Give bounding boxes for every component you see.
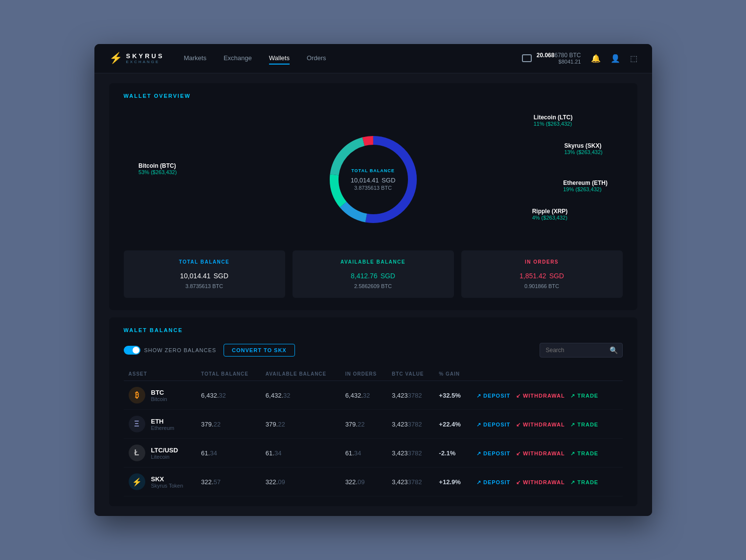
deposit-button[interactable]: ↗ DEPOSIT — [476, 393, 510, 399]
total-balance-cell: 6,432.32 — [196, 381, 261, 410]
search-icon: 🔍 — [610, 346, 618, 354]
btc-value-cell: 3,4233782 — [387, 439, 434, 468]
actions-cell: ↗ DEPOSIT ↙ WITHDRAWAL ↗ TRADE — [470, 410, 623, 439]
col-total-balance: TOTAL BALANCE — [196, 367, 261, 381]
toggle-label: SHOW ZERO BALANCES — [144, 347, 217, 353]
header: ⚡ SKYRUS EXCHANGE Markets Exchange Walle… — [94, 44, 652, 73]
col-in-orders: IN ORDERS — [340, 367, 387, 381]
btc-value-cell: 3,4233782 — [387, 468, 434, 496]
chart-label-eth: Ethereum (ETH) 19% ($263,432) — [563, 179, 608, 192]
in-orders-cell: 61.34 — [340, 439, 387, 468]
chart-area: Bitcoin (BTC) 53% ($263,432) — [124, 109, 623, 250]
usd-value: $8041.21 — [537, 59, 581, 65]
toggle-wrap: SHOW ZERO BALANCES — [124, 346, 217, 355]
available-balance-cell: 322.09 — [261, 468, 340, 496]
asset-icon-eth: Ξ — [129, 416, 145, 432]
asset-name-wrap: ETH Ethereum — [151, 418, 175, 431]
table-row: Ξ ETH Ethereum 379.22 379.22 379.22 3,42… — [124, 410, 623, 439]
btc-value: 20.0686780 BTC — [537, 52, 581, 59]
btc-value-cell: 3,4233782 — [387, 410, 434, 439]
trade-arrow-icon: ↗ — [570, 393, 575, 399]
convert-to-skx-button[interactable]: CONVERT TO SKX — [224, 344, 295, 357]
donut-chart: TOTAL BALANCE 10,014.41 SGD 3.8735613 BT… — [324, 131, 422, 228]
total-balance-cell: 61.34 — [196, 439, 261, 468]
table-toolbar: SHOW ZERO BALANCES CONVERT TO SKX 🔍 — [124, 343, 623, 358]
deposit-arrow-icon: ↗ — [476, 479, 481, 486]
balance-card-total: TOTAL BALANCE 10,014.41 SGD 3.8735613 BT… — [124, 250, 285, 298]
nav-orders[interactable]: Orders — [307, 52, 326, 65]
main-content: WALLET OVERVIEW Bitcoin (BTC) 53% ($263,… — [94, 73, 652, 516]
asset-fullname: Litecoin — [151, 454, 178, 460]
withdrawal-button[interactable]: ↙ WITHDRAWAL — [516, 450, 565, 457]
trade-arrow-icon: ↗ — [570, 422, 575, 428]
total-balance-cell: 322.57 — [196, 468, 261, 496]
actions-cell: ↗ DEPOSIT ↙ WITHDRAWAL ↗ TRADE — [470, 381, 623, 410]
balance-card-orders: IN ORDERS 1,851.42 SGD 0.901866 BTC — [461, 250, 623, 298]
gain-cell: +12.9% — [434, 468, 470, 496]
nav-exchange[interactable]: Exchange — [224, 52, 252, 65]
zero-balance-toggle[interactable] — [124, 346, 140, 355]
balance-card-available: AVAILABLE BALANCE 8,412.76 SGD 2.5862609… — [293, 250, 454, 298]
nav-markets[interactable]: Markets — [184, 52, 206, 65]
col-available: AVAILABLE BALANCE — [261, 367, 340, 381]
balance-cards: TOTAL BALANCE 10,014.41 SGD 3.8735613 BT… — [124, 250, 623, 298]
trade-button[interactable]: ↗ TRADE — [570, 479, 598, 486]
withdrawal-button[interactable]: ↙ WITHDRAWAL — [516, 393, 565, 399]
asset-ticker: LTC/USD — [151, 447, 178, 454]
available-balance-cell: 61.34 — [261, 439, 340, 468]
logo-text: SKYRUS EXCHANGE — [126, 52, 164, 64]
total-balance-cell: 379.22 — [196, 410, 261, 439]
logo: ⚡ SKYRUS EXCHANGE — [109, 52, 164, 65]
trade-button[interactable]: ↗ TRADE — [570, 393, 598, 399]
app-window: ⚡ SKYRUS EXCHANGE Markets Exchange Walle… — [94, 44, 652, 516]
asset-cell: ₿ BTC Bitcoin — [124, 381, 197, 410]
asset-table-body: ₿ BTC Bitcoin 6,432.32 6,432.32 6,432.32… — [124, 381, 623, 496]
withdrawal-button[interactable]: ↙ WITHDRAWAL — [516, 422, 565, 428]
col-asset: ASSET — [124, 367, 197, 381]
asset-fullname: Ethereum — [151, 425, 175, 431]
asset-cell: Ξ ETH Ethereum — [124, 410, 197, 439]
table-row: ₿ BTC Bitcoin 6,432.32 6,432.32 6,432.32… — [124, 381, 623, 410]
bell-icon[interactable]: 🔔 — [591, 54, 601, 63]
deposit-button[interactable]: ↗ DEPOSIT — [476, 422, 510, 428]
withdrawal-arrow-icon: ↙ — [516, 422, 521, 428]
asset-icon-skx: ⚡ — [129, 473, 145, 490]
asset-icon-ltc: Ł — [129, 445, 145, 461]
col-btc-value: BTC VALUE — [387, 367, 434, 381]
available-balance-cell: 379.22 — [261, 410, 340, 439]
main-nav: Markets Exchange Wallets Orders — [184, 52, 522, 65]
withdrawal-arrow-icon: ↙ — [516, 479, 521, 486]
btc-value-cell: 3,4233782 — [387, 381, 434, 410]
col-actions — [470, 367, 623, 381]
wallet-overview-label: WALLET OVERVIEW — [124, 93, 623, 99]
deposit-button[interactable]: ↗ DEPOSIT — [476, 479, 510, 486]
asset-ticker: BTC — [151, 389, 167, 396]
trade-arrow-icon: ↗ — [570, 450, 575, 457]
deposit-button[interactable]: ↗ DEPOSIT — [476, 450, 510, 457]
withdrawal-button[interactable]: ↙ WITHDRAWAL — [516, 479, 565, 486]
in-orders-cell: 379.22 — [340, 410, 387, 439]
deposit-arrow-icon: ↗ — [476, 422, 481, 428]
trade-button[interactable]: ↗ TRADE — [570, 422, 598, 428]
asset-table: ASSET TOTAL BALANCE AVAILABLE BALANCE IN… — [124, 367, 623, 496]
header-right: 20.0686780 BTC $8041.21 🔔 👤 ⬚ — [522, 52, 637, 65]
gain-cell: +32.5% — [434, 381, 470, 410]
withdrawal-arrow-icon: ↙ — [516, 393, 521, 399]
logout-icon[interactable]: ⬚ — [630, 54, 637, 63]
asset-fullname: Skyrus Token — [151, 483, 183, 489]
asset-name-wrap: BTC Bitcoin — [151, 389, 167, 402]
wallet-overview-section: WALLET OVERVIEW Bitcoin (BTC) 53% ($263,… — [109, 83, 637, 310]
trade-button[interactable]: ↗ TRADE — [570, 450, 598, 457]
wallet-balance-section: WALET BALANCE SHOW ZERO BALANCES CONVERT… — [109, 317, 637, 506]
asset-name-wrap: LTC/USD Litecoin — [151, 447, 178, 460]
asset-ticker: SKX — [151, 475, 183, 483]
available-balance-cell: 6,432.32 — [261, 381, 340, 410]
chart-label-ltc: Litecoin (LTC) 11% ($263,432) — [534, 114, 573, 127]
user-icon[interactable]: 👤 — [610, 54, 620, 63]
chart-label-xrp: Ripple (XRP) 4% ($263,432) — [532, 208, 568, 221]
nav-wallets[interactable]: Wallets — [269, 52, 290, 65]
asset-cell: Ł LTC/USD Litecoin — [124, 439, 197, 468]
table-header: ASSET TOTAL BALANCE AVAILABLE BALANCE IN… — [124, 367, 623, 381]
deposit-arrow-icon: ↗ — [476, 393, 481, 399]
deposit-arrow-icon: ↗ — [476, 450, 481, 457]
